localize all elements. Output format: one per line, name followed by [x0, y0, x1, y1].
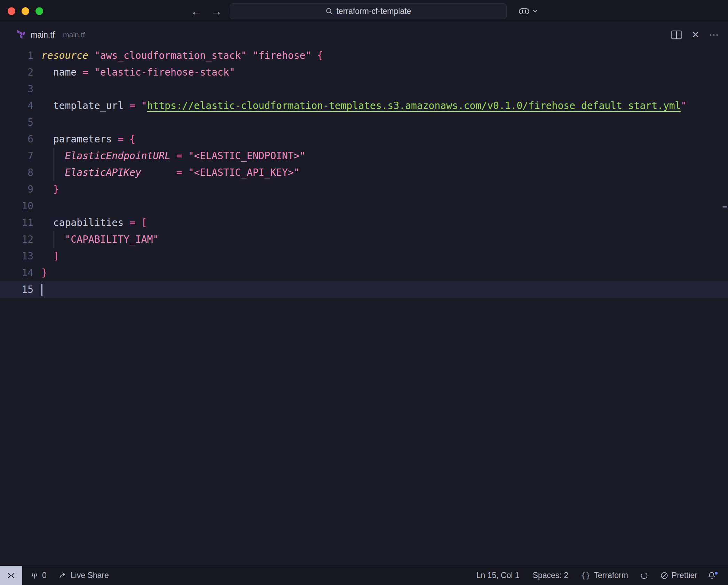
indent-guide	[53, 231, 54, 248]
indent-guide	[53, 164, 54, 181]
code-line[interactable]: 15	[0, 281, 728, 298]
line-content: ElasticEndpointURL = "<ELASTIC_ENDPOINT>…	[41, 148, 306, 164]
breadcrumb[interactable]: main.tf	[63, 31, 85, 39]
split-editor-icon[interactable]	[671, 30, 682, 39]
indentation-status[interactable]: Spaces: 2	[533, 571, 568, 580]
titlebar: ← → terraform-cf-template	[0, 0, 728, 22]
code-area[interactable]: 1resource "aws_cloudformation_stack" "fi…	[0, 47, 728, 298]
notifications-status[interactable]	[707, 571, 716, 580]
code-line[interactable]: 14}	[0, 265, 728, 281]
line-content: "CAPABILITY_IAM"	[41, 231, 159, 248]
line-content: name = "elastic-firehose-stack"	[41, 64, 235, 81]
line-content: ]	[41, 248, 59, 265]
braces-icon: {}	[581, 571, 591, 580]
formatter-status[interactable]: Prettier	[660, 571, 697, 580]
language-label: Terraform	[594, 571, 628, 580]
line-number[interactable]: 3	[0, 81, 33, 98]
chevron-down-icon	[533, 10, 538, 13]
line-number[interactable]: 15	[0, 281, 33, 298]
traffic-lights	[8, 0, 43, 22]
line-content: capabilities = [	[41, 214, 147, 231]
forward-arrow-icon[interactable]: →	[211, 0, 222, 22]
tabbar: main.tf main.tf ✕ ⋯	[0, 22, 728, 47]
remote-indicator[interactable]	[0, 566, 22, 585]
indentation-label: Spaces: 2	[533, 571, 568, 580]
live-share-status[interactable]: Live Share	[58, 571, 109, 580]
background-task-status[interactable]	[640, 571, 648, 580]
cursor-position-label: Ln 15, Col 1	[476, 571, 520, 580]
vscode-window: ← → terraform-cf-template	[0, 0, 728, 585]
line-content: template_url = "https://elastic-cloudfor…	[41, 98, 687, 114]
zoom-window-button[interactable]	[35, 7, 43, 15]
code-line[interactable]: 7 ElasticEndpointURL = "<ELASTIC_ENDPOIN…	[0, 148, 728, 164]
notification-badge	[715, 572, 718, 575]
line-number[interactable]: 1	[0, 47, 33, 64]
line-number[interactable]: 11	[0, 214, 33, 231]
code-line[interactable]: 6 parameters = {	[0, 131, 728, 148]
code-line[interactable]: 9 }	[0, 181, 728, 198]
remote-icon	[7, 571, 16, 580]
line-number[interactable]: 4	[0, 98, 33, 114]
code-line[interactable]: 13 ]	[0, 248, 728, 265]
history-navigation: ← →	[191, 0, 222, 22]
scrollbar-marker[interactable]	[722, 206, 727, 208]
line-content: }	[41, 181, 59, 198]
code-line[interactable]: 10	[0, 198, 728, 214]
editor[interactable]: 1resource "aws_cloudformation_stack" "fi…	[0, 47, 728, 566]
line-number[interactable]: 13	[0, 248, 33, 265]
copilot-icon	[519, 6, 530, 16]
code-line[interactable]: 11 capabilities = [	[0, 214, 728, 231]
line-number[interactable]: 8	[0, 164, 33, 181]
text-cursor	[41, 284, 42, 296]
broadcast-count: 0	[42, 571, 47, 580]
cursor-position-status[interactable]: Ln 15, Col 1	[476, 571, 520, 580]
spinner-icon	[640, 571, 648, 580]
statusbar: 0 Live Share Ln 15, Col 1 Spaces: 2 {} T…	[0, 566, 728, 585]
terraform-logo-icon	[15, 29, 25, 40]
code-line[interactable]: 8 ElasticAPIKey = "<ELASTIC_API_KEY>"	[0, 164, 728, 181]
line-number[interactable]: 12	[0, 231, 33, 248]
line-number[interactable]: 5	[0, 114, 33, 131]
command-center-search[interactable]: terraform-cf-template	[230, 3, 507, 19]
code-line[interactable]: 2 name = "elastic-firehose-stack"	[0, 64, 728, 81]
search-icon	[325, 7, 333, 15]
line-content: ElasticAPIKey = "<ELASTIC_API_KEY>"	[41, 164, 300, 181]
line-content: }	[41, 265, 47, 281]
formatter-label: Prettier	[672, 571, 697, 580]
code-line[interactable]: 3	[0, 81, 728, 98]
minimize-window-button[interactable]	[22, 7, 29, 15]
line-content: parameters = {	[41, 131, 135, 148]
code-line[interactable]: 4 template_url = "https://elastic-cloudf…	[0, 98, 728, 114]
close-window-button[interactable]	[8, 7, 15, 15]
more-actions-icon[interactable]: ⋯	[709, 30, 719, 40]
line-content: resource "aws_cloudformation_stack" "fir…	[41, 47, 323, 64]
code-line[interactable]: 5	[0, 114, 728, 131]
line-number[interactable]: 10	[0, 198, 33, 214]
search-value: terraform-cf-template	[337, 7, 411, 16]
line-number[interactable]: 2	[0, 64, 33, 81]
back-arrow-icon[interactable]: ←	[191, 0, 202, 22]
broadcast-icon	[30, 571, 39, 580]
editor-actions: ✕ ⋯	[671, 30, 728, 40]
prettier-icon	[660, 571, 668, 580]
line-number[interactable]: 14	[0, 265, 33, 281]
tab-main-tf[interactable]: main.tf	[31, 30, 55, 40]
line-number[interactable]: 6	[0, 131, 33, 148]
code-line[interactable]: 12 "CAPABILITY_IAM"	[0, 231, 728, 248]
line-number[interactable]: 9	[0, 181, 33, 198]
close-editor-icon[interactable]: ✕	[691, 30, 699, 40]
live-share-icon	[58, 571, 68, 580]
copilot-menu[interactable]	[519, 0, 538, 22]
line-number[interactable]: 7	[0, 148, 33, 164]
language-mode-status[interactable]: {} Terraform	[581, 571, 628, 580]
live-share-label: Live Share	[71, 571, 109, 580]
broadcast-status[interactable]: 0	[30, 571, 47, 580]
code-line[interactable]: 1resource "aws_cloudformation_stack" "fi…	[0, 47, 728, 64]
indent-guide	[53, 148, 54, 164]
